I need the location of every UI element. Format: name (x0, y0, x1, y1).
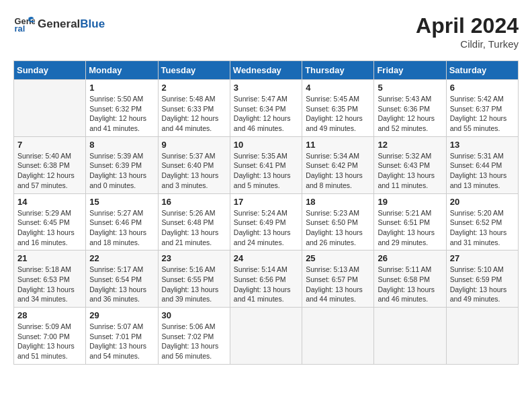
day-number: 5 (378, 83, 442, 93)
day-number: 16 (162, 197, 226, 207)
day-info: Sunrise: 5:16 AMSunset: 6:55 PMDaylight:… (162, 265, 226, 304)
day-info: Sunrise: 5:17 AMSunset: 6:54 PMDaylight:… (89, 265, 154, 304)
svg-text:ral: ral (15, 24, 26, 34)
day-info: Sunrise: 5:39 AMSunset: 6:39 PMDaylight:… (89, 151, 154, 191)
day-number: 4 (306, 83, 370, 93)
calendar-cell: 12 Sunrise: 5:32 AMSunset: 6:43 PMDaylig… (374, 136, 446, 193)
day-number: 27 (450, 253, 515, 263)
day-info: Sunrise: 5:11 AMSunset: 6:58 PMDaylight:… (378, 265, 442, 304)
calendar-cell: 14 Sunrise: 5:29 AMSunset: 6:45 PMDaylig… (14, 193, 86, 250)
calendar-cell: 26 Sunrise: 5:11 AMSunset: 6:58 PMDaylig… (374, 250, 446, 308)
day-info: Sunrise: 5:14 AMSunset: 6:56 PMDaylight:… (234, 265, 298, 304)
calendar-cell: 9 Sunrise: 5:37 AMSunset: 6:40 PMDayligh… (158, 136, 230, 193)
day-info: Sunrise: 5:24 AMSunset: 6:49 PMDaylight:… (234, 208, 298, 248)
header-wednesday: Wednesday (230, 61, 302, 80)
calendar-cell: 6 Sunrise: 5:42 AMSunset: 6:37 PMDayligh… (446, 80, 518, 137)
calendar-cell: 25 Sunrise: 5:13 AMSunset: 6:57 PMDaylig… (302, 250, 374, 308)
day-number: 11 (306, 140, 370, 150)
calendar-cell: 20 Sunrise: 5:20 AMSunset: 6:52 PMDaylig… (446, 193, 518, 250)
day-number: 1 (89, 83, 154, 93)
day-info: Sunrise: 5:20 AMSunset: 6:52 PMDaylight:… (450, 208, 515, 248)
calendar-cell (446, 308, 518, 365)
logo-text-general: General (38, 17, 80, 30)
day-number: 23 (162, 253, 226, 263)
week-row-4: 21 Sunrise: 5:18 AMSunset: 6:53 PMDaylig… (14, 250, 519, 308)
day-number: 18 (306, 197, 370, 207)
day-info: Sunrise: 5:31 AMSunset: 6:44 PMDaylight:… (450, 151, 515, 191)
calendar-cell: 13 Sunrise: 5:31 AMSunset: 6:44 PMDaylig… (446, 136, 518, 193)
day-info: Sunrise: 5:27 AMSunset: 6:46 PMDaylight:… (89, 208, 154, 248)
week-row-1: 1 Sunrise: 5:50 AMSunset: 6:32 PMDayligh… (14, 80, 519, 137)
day-number: 22 (89, 253, 154, 263)
calendar-cell: 16 Sunrise: 5:26 AMSunset: 6:48 PMDaylig… (158, 193, 230, 250)
calendar-cell (14, 80, 86, 137)
header-thursday: Thursday (302, 61, 374, 80)
page-header: Gene ral GeneralBlue April 2024 Cildir, … (13, 13, 519, 50)
day-number: 21 (17, 253, 82, 263)
calendar-cell: 4 Sunrise: 5:45 AMSunset: 6:35 PMDayligh… (302, 80, 374, 137)
calendar-cell: 19 Sunrise: 5:21 AMSunset: 6:51 PMDaylig… (374, 193, 446, 250)
header-saturday: Saturday (446, 61, 518, 80)
header-row: SundayMondayTuesdayWednesdayThursdayFrid… (14, 61, 519, 80)
calendar-cell: 1 Sunrise: 5:50 AMSunset: 6:32 PMDayligh… (86, 80, 158, 137)
day-number: 7 (17, 140, 82, 150)
calendar-cell: 17 Sunrise: 5:24 AMSunset: 6:49 PMDaylig… (230, 193, 302, 250)
day-number: 2 (162, 83, 226, 93)
day-number: 13 (450, 140, 515, 150)
week-row-2: 7 Sunrise: 5:40 AMSunset: 6:38 PMDayligh… (14, 136, 519, 193)
calendar-cell: 28 Sunrise: 5:09 AMSunset: 7:00 PMDaylig… (14, 308, 86, 365)
calendar-cell (230, 308, 302, 365)
day-info: Sunrise: 5:06 AMSunset: 7:02 PMDaylight:… (162, 322, 226, 361)
calendar-cell: 11 Sunrise: 5:34 AMSunset: 6:42 PMDaylig… (302, 136, 374, 193)
day-info: Sunrise: 5:45 AMSunset: 6:35 PMDaylight:… (306, 94, 370, 134)
week-row-5: 28 Sunrise: 5:09 AMSunset: 7:00 PMDaylig… (14, 308, 519, 365)
location-subtitle: Cildir, Turkey (416, 38, 519, 50)
day-number: 17 (234, 197, 298, 207)
header-sunday: Sunday (14, 61, 86, 80)
day-number: 12 (378, 140, 442, 150)
header-monday: Monday (86, 61, 158, 80)
month-title: April 2024 (416, 13, 519, 38)
day-info: Sunrise: 5:26 AMSunset: 6:48 PMDaylight:… (162, 208, 226, 248)
day-info: Sunrise: 5:21 AMSunset: 6:51 PMDaylight:… (378, 208, 442, 248)
title-block: April 2024 Cildir, Turkey (416, 13, 519, 50)
day-number: 14 (17, 197, 82, 207)
calendar-cell: 21 Sunrise: 5:18 AMSunset: 6:53 PMDaylig… (14, 250, 86, 308)
logo: Gene ral GeneralBlue (13, 13, 105, 35)
calendar-cell: 2 Sunrise: 5:48 AMSunset: 6:33 PMDayligh… (158, 80, 230, 137)
day-info: Sunrise: 5:37 AMSunset: 6:40 PMDaylight:… (162, 151, 226, 191)
day-number: 24 (234, 253, 298, 263)
day-number: 26 (378, 253, 442, 263)
calendar-cell: 29 Sunrise: 5:07 AMSunset: 7:01 PMDaylig… (86, 308, 158, 365)
day-number: 8 (89, 140, 154, 150)
logo-icon: Gene ral (13, 13, 35, 35)
day-info: Sunrise: 5:13 AMSunset: 6:57 PMDaylight:… (306, 265, 370, 304)
day-number: 9 (162, 140, 226, 150)
day-info: Sunrise: 5:10 AMSunset: 6:59 PMDaylight:… (450, 265, 515, 304)
day-number: 20 (450, 197, 515, 207)
header-friday: Friday (374, 61, 446, 80)
day-number: 3 (234, 83, 298, 93)
calendar-table: SundayMondayTuesdayWednesdayThursdayFrid… (13, 60, 519, 365)
week-row-3: 14 Sunrise: 5:29 AMSunset: 6:45 PMDaylig… (14, 193, 519, 250)
day-number: 25 (306, 253, 370, 263)
day-info: Sunrise: 5:32 AMSunset: 6:43 PMDaylight:… (378, 151, 442, 191)
day-number: 15 (89, 197, 154, 207)
day-number: 6 (450, 83, 515, 93)
day-info: Sunrise: 5:35 AMSunset: 6:41 PMDaylight:… (234, 151, 298, 191)
calendar-cell (302, 308, 374, 365)
day-number: 19 (378, 197, 442, 207)
calendar-cell: 8 Sunrise: 5:39 AMSunset: 6:39 PMDayligh… (86, 136, 158, 193)
day-info: Sunrise: 5:50 AMSunset: 6:32 PMDaylight:… (89, 94, 154, 134)
day-info: Sunrise: 5:09 AMSunset: 7:00 PMDaylight:… (17, 322, 82, 361)
calendar-cell: 3 Sunrise: 5:47 AMSunset: 6:34 PMDayligh… (230, 80, 302, 137)
calendar-cell: 27 Sunrise: 5:10 AMSunset: 6:59 PMDaylig… (446, 250, 518, 308)
calendar-cell: 23 Sunrise: 5:16 AMSunset: 6:55 PMDaylig… (158, 250, 230, 308)
day-number: 10 (234, 140, 298, 150)
header-tuesday: Tuesday (158, 61, 230, 80)
day-number: 29 (89, 310, 154, 320)
calendar-cell: 24 Sunrise: 5:14 AMSunset: 6:56 PMDaylig… (230, 250, 302, 308)
day-info: Sunrise: 5:42 AMSunset: 6:37 PMDaylight:… (450, 94, 515, 134)
day-info: Sunrise: 5:29 AMSunset: 6:45 PMDaylight:… (17, 208, 82, 248)
day-number: 28 (17, 310, 82, 320)
